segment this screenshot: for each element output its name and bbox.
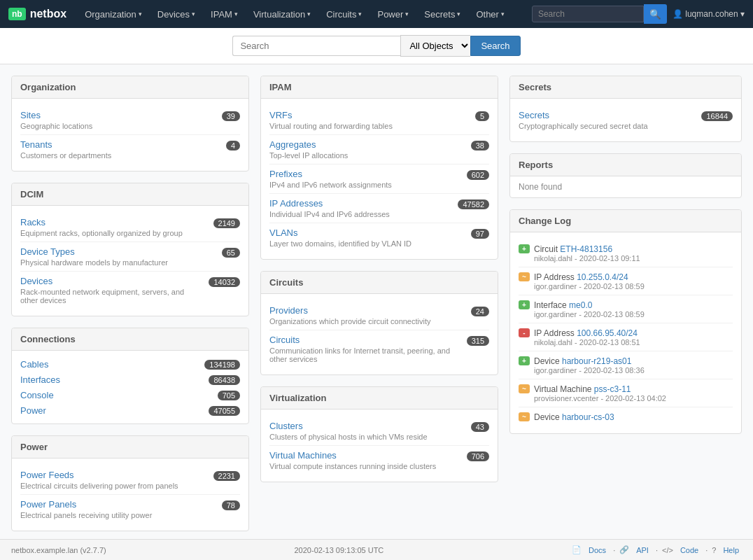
footer-version: netbox.example.lan (v2.7.7) <box>11 546 106 554</box>
footer-api-link[interactable]: API <box>636 546 649 554</box>
changelog-type-badge: ~ <box>519 272 530 281</box>
list-item: Devices Rack-mounted network equipment, … <box>20 272 240 309</box>
organization-heading: Organization <box>12 76 248 99</box>
providers-link[interactable]: Providers <box>269 305 308 316</box>
navbar-search-button[interactable]: 🔍 <box>644 4 667 24</box>
reports-none-found: None found <box>510 176 741 197</box>
navbar-search-input[interactable] <box>532 6 644 22</box>
power-body: Power Feeds Electrical circuits deliveri… <box>12 458 248 531</box>
virtual-machines-link[interactable]: Virtual Machines <box>269 450 337 461</box>
circuits-link[interactable]: Circuits <box>269 335 300 345</box>
footer-help-link[interactable]: Help <box>723 546 739 554</box>
tenants-link[interactable]: Tenants <box>20 139 52 150</box>
ipam-heading: IPAM <box>261 76 498 99</box>
nav-item-organization[interactable]: Organization ▾ <box>78 0 149 28</box>
secrets-body: Secrets Cryptographically secured secret… <box>510 99 741 141</box>
nav-item-other[interactable]: Other ▾ <box>469 0 512 28</box>
footer-icon: </> <box>662 546 673 554</box>
changelog-category: Device <box>534 356 562 366</box>
vlans-link[interactable]: VLANs <box>269 227 297 238</box>
sites-link[interactable]: Sites <box>20 110 41 120</box>
nav-item-power[interactable]: Power ▾ <box>370 0 416 28</box>
list-item: Prefixes IPv4 and IPv6 network assignmen… <box>269 164 489 194</box>
user-icon: 👤 <box>673 9 683 19</box>
aggregates-link[interactable]: Aggregates <box>269 139 316 150</box>
brand-logo[interactable]: nb netbox <box>8 8 66 20</box>
list-item: VRFs Virtual routing and forwarding tabl… <box>269 106 489 135</box>
interfaces-link[interactable]: Interfaces <box>20 374 60 385</box>
connections-body: Cables 134198 Interfaces 86438 Console 7… <box>12 351 248 424</box>
changelog-type-badge: + <box>519 356 530 365</box>
changelog-entry: - IP Address 100.66.95.40/24 nikolaj.dah… <box>519 323 733 351</box>
changelog-link[interactable]: harbour-cs-03 <box>562 412 614 422</box>
power-panels-link[interactable]: Power Panels <box>20 499 76 510</box>
devices-desc: Rack-mounted network equipment, servers,… <box>20 288 203 304</box>
secrets-link[interactable]: Secrets <box>519 110 549 120</box>
console-link[interactable]: Console <box>20 390 54 400</box>
nav-item-virtualization[interactable]: Virtualization ▾ <box>246 0 318 28</box>
nav-item-secrets[interactable]: Secrets ▾ <box>417 0 467 28</box>
device-types-link[interactable]: Device Types <box>20 246 75 257</box>
changelog-category: IP Address <box>534 272 577 282</box>
chevron-down-icon: ▾ <box>457 10 460 18</box>
changelog-type-badge: ~ <box>519 384 530 393</box>
nav-item-ipam[interactable]: IPAM ▾ <box>204 0 245 28</box>
virtual-machines-desc: Virtual compute instances running inside… <box>269 462 461 470</box>
vrfs-count: 5 <box>475 111 489 121</box>
changelog-link[interactable]: me0.0 <box>569 300 592 310</box>
power-feeds-link[interactable]: Power Feeds <box>20 470 74 480</box>
left-column: Organization Sites Geographic locations … <box>11 76 249 542</box>
chevron-down-icon: ▾ <box>740 9 745 19</box>
prefixes-link[interactable]: Prefixes <box>269 169 302 179</box>
prefixes-count: 602 <box>467 170 489 180</box>
list-item: Sites Geographic locations 39 <box>20 106 240 135</box>
changelog-category: Circuit <box>534 244 560 254</box>
changelog-link[interactable]: 100.66.95.40/24 <box>577 328 638 338</box>
organization-panel: Organization Sites Geographic locations … <box>11 76 249 172</box>
ip-addresses-desc: Individual IPv4 and IPv6 addresses <box>269 210 452 218</box>
cables-link[interactable]: Cables <box>20 359 48 370</box>
dcim-heading: DCIM <box>12 183 248 206</box>
changelog-category: Interface <box>534 300 569 310</box>
vlans-count: 97 <box>471 229 489 239</box>
changelog-link[interactable]: ETH-4813156 <box>560 244 612 254</box>
racks-link[interactable]: Racks <box>20 217 45 227</box>
power-link[interactable]: Power <box>20 405 46 416</box>
search-button[interactable]: Search <box>470 36 520 56</box>
dcim-body: Racks Equipment racks, optionally organi… <box>12 206 248 316</box>
nav-item-circuits[interactable]: Circuits ▾ <box>319 0 369 28</box>
device-types-desc: Physical hardware models by manufacturer <box>20 258 216 267</box>
racks-count: 2149 <box>213 218 240 228</box>
ip-addresses-count: 47582 <box>458 200 489 209</box>
ip-addresses-link[interactable]: IP Addresses <box>269 198 323 209</box>
devices-link[interactable]: Devices <box>20 276 52 286</box>
changelog-meta: nikolaj.dahl - 2020-02-13 08:51 <box>534 338 733 346</box>
changelog-link[interactable]: 10.255.0.4/24 <box>577 272 628 282</box>
vrfs-link[interactable]: VRFs <box>269 110 293 120</box>
changelog-link[interactable]: harbour-r219-as01 <box>562 356 631 366</box>
changelog-link[interactable]: pss-c3-11 <box>594 384 631 394</box>
chevron-down-icon: ▾ <box>501 10 505 18</box>
sites-count: 39 <box>222 111 240 121</box>
object-type-select[interactable]: All Objects <box>400 35 470 57</box>
secrets-count: 16844 <box>701 111 733 121</box>
user-menu[interactable]: 👤 luqman.cohen ▾ <box>673 9 745 19</box>
secrets-desc: Cryptographically secured secret data <box>519 122 696 130</box>
nav-item-devices[interactable]: Devices ▾ <box>150 0 202 28</box>
logo-box: nb <box>8 8 26 20</box>
virtualization-heading: Virtualization <box>261 387 498 410</box>
footer-code-link[interactable]: Code <box>680 546 698 554</box>
footer-docs-link[interactable]: Docs <box>589 546 606 554</box>
search-input[interactable] <box>232 36 400 56</box>
right-column: Secrets Secrets Cryptographically secure… <box>509 76 742 542</box>
secrets-panel: Secrets Secrets Cryptographically secure… <box>509 76 742 142</box>
changelog-entry: + Circuit ETH-4813156 nikolaj.dahl - 202… <box>519 239 733 267</box>
changelog-entry: ~ IP Address 10.255.0.4/24 igor.gardiner… <box>519 267 733 295</box>
virtual-machines-count: 706 <box>467 451 489 461</box>
power-panel: Power Power Feeds Electrical circuits de… <box>11 435 249 531</box>
changelog-meta: igor.gardiner - 2020-02-13 08:59 <box>534 282 733 290</box>
changelog-category: Virtual Machine <box>534 384 594 394</box>
clusters-link[interactable]: Clusters <box>269 421 303 431</box>
changelog-meta: igor.gardiner - 2020-02-13 08:36 <box>534 366 733 374</box>
clusters-desc: Clusters of physical hosts in which VMs … <box>269 433 465 441</box>
